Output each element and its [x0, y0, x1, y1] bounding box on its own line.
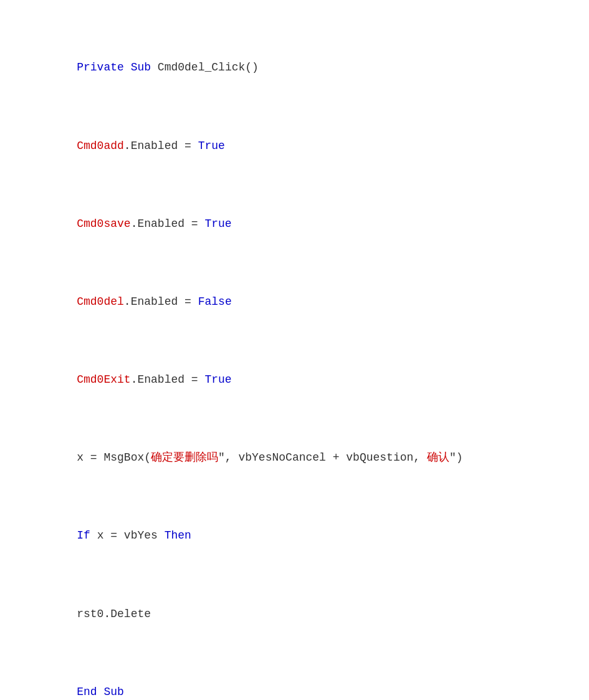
- code-line-8: rst0.Delete: [50, 583, 539, 644]
- property-enabled: .Enabled: [131, 373, 191, 386]
- code-line-7: If x = vbYes Then: [50, 506, 539, 566]
- value-false: False: [198, 295, 232, 308]
- blank-line: [50, 181, 539, 193]
- blank-line: [50, 415, 539, 428]
- value-true: True: [198, 140, 225, 152]
- blank-line: [50, 259, 539, 272]
- cn-confirm-text: 确定要删除吗: [151, 451, 218, 464]
- msgbox-args: ", vbYesNoCancel + vbQuestion,: [218, 451, 427, 464]
- operator-eq: =: [184, 140, 198, 152]
- code-line-3: Cmd0save.Enabled = True: [50, 193, 539, 254]
- operator-eq: =: [191, 218, 205, 230]
- identifier-cmd0add: Cmd0add: [77, 140, 124, 152]
- property-enabled: .Enabled: [124, 140, 184, 152]
- value-true: True: [204, 373, 231, 386]
- value-true: True: [204, 218, 231, 230]
- code-line-9: End Sub: [50, 661, 539, 700]
- identifier-cmd0del: Cmd0del: [77, 295, 124, 308]
- operator-eq: =: [191, 373, 205, 386]
- property-enabled: .Enabled: [124, 295, 184, 308]
- identifier-cmd0exit: Cmd0Exit: [77, 373, 130, 386]
- operator-eq: =: [90, 451, 104, 464]
- operator-eq: =: [184, 295, 198, 308]
- identifier-cmd0save: Cmd0save: [77, 218, 130, 230]
- const-vbyes: vbYes: [124, 529, 165, 542]
- keyword-sub: Sub: [131, 61, 158, 74]
- var-x: x: [77, 451, 90, 464]
- keyword-if: If: [77, 529, 97, 542]
- blank-line: [50, 571, 539, 583]
- keyword-private: Private: [77, 61, 130, 74]
- func-name: Cmd0del_Click(): [158, 61, 259, 74]
- code-line-4: Cmd0del.Enabled = False: [50, 272, 539, 332]
- operator-eq: =: [110, 529, 124, 542]
- code-line-6: x = MsgBox(确定要删除吗", vbYesNoCancel + vbQu…: [50, 428, 539, 488]
- code-line-2: Cmd0add.Enabled = True: [50, 115, 539, 176]
- keyword-then: Then: [165, 529, 191, 542]
- keyword-end: End: [77, 686, 103, 698]
- blank-line: [50, 103, 539, 115]
- stmt-delete: rst0.Delete: [77, 608, 151, 620]
- blank-line: [50, 649, 539, 661]
- blank-line: [50, 337, 539, 350]
- blank-line: [50, 493, 539, 506]
- msgbox-close: "): [449, 451, 463, 464]
- property-enabled: .Enabled: [131, 218, 191, 230]
- cn-title-text: 确认: [427, 451, 449, 464]
- code-line-1: Private Sub Cmd0del_Click(): [50, 37, 539, 98]
- code-block: Private Sub Cmd0del_Click() Cmd0add.Enab…: [0, 0, 589, 700]
- keyword-sub: Sub: [103, 686, 123, 698]
- code-line-5: Cmd0Exit.Enabled = True: [50, 350, 539, 410]
- var-x: x: [97, 529, 111, 542]
- func-msgbox: MsgBox(: [103, 451, 151, 464]
